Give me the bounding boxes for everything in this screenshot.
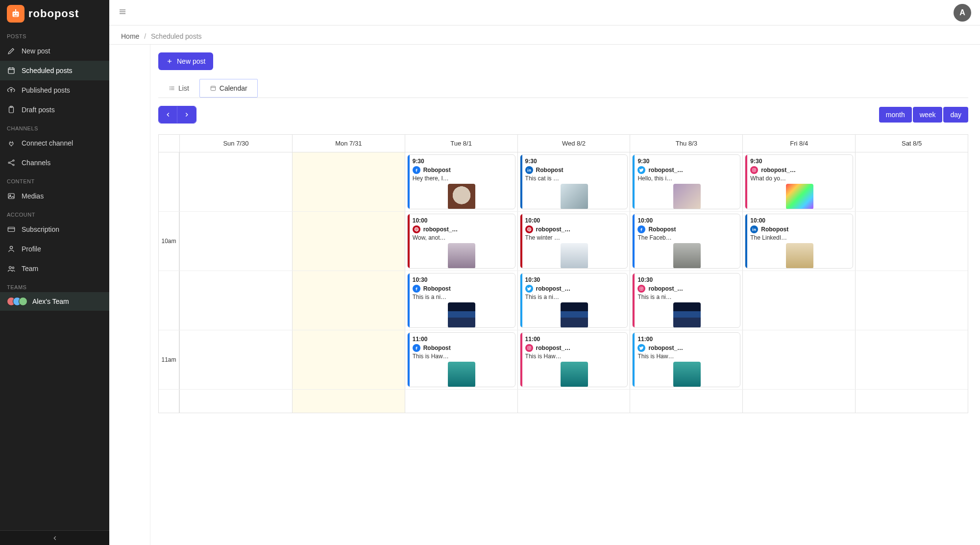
sidebar-item-subscription[interactable]: Subscription	[0, 220, 109, 239]
facebook-icon	[413, 285, 420, 293]
calendar-cell[interactable]: 9:30 Robopost This cat is …	[517, 152, 630, 211]
post-thumbnail	[561, 243, 588, 269]
post-card[interactable]: 10:30 robopost_… This is a ni…	[632, 273, 740, 328]
prev-week-button[interactable]	[159, 106, 177, 123]
calendar-cell[interactable]	[179, 390, 292, 413]
view-day-button[interactable]: day	[943, 107, 968, 123]
calendar-cell[interactable]	[179, 271, 292, 330]
calendar-cell[interactable]	[179, 152, 292, 211]
sidebar-item-label: Medias	[22, 192, 44, 200]
post-time: 10:30	[637, 276, 736, 283]
tab-list[interactable]: List	[158, 79, 199, 98]
view-month-button[interactable]: month	[879, 107, 912, 123]
calendar-cell[interactable]	[179, 330, 292, 389]
post-card[interactable]: 10:30 Robopost This is a ni…	[407, 273, 515, 328]
calendar-cell[interactable]: 9:30 robopost_… What do yo…	[742, 152, 855, 211]
post-card[interactable]: 9:30 Robopost This cat is …	[520, 154, 628, 209]
calendar-cell[interactable]: 10:00 robopost_… The winter …	[517, 212, 630, 271]
calendar-cell[interactable]	[292, 152, 405, 211]
sidebar-item-scheduled-posts[interactable]: Scheduled posts	[0, 61, 109, 80]
post-card[interactable]: 10:30 robopost_… This is a ni…	[520, 273, 628, 328]
sidebar-item-new-post[interactable]: New post	[0, 41, 109, 61]
breadcrumb-separator: /	[144, 32, 146, 40]
day-header: Mon 7/31	[292, 135, 405, 152]
calendar-controls: month week day	[158, 106, 968, 124]
calendar-cell[interactable]	[292, 390, 405, 413]
calendar-cell[interactable]: 11:00 robopost_… This is Haw…	[517, 330, 630, 389]
calendar-cell[interactable]: 10:30 Robopost This is a ni…	[405, 271, 517, 330]
post-card[interactable]: 9:30 robopost_… What do yo…	[745, 154, 853, 209]
svg-point-21	[10, 246, 12, 248]
user-avatar[interactable]: A	[954, 4, 971, 22]
sidebar-item-connect-channel[interactable]: Connect channel	[0, 133, 109, 153]
post-time: 11:00	[637, 336, 736, 343]
post-account: Robopost	[423, 345, 451, 351]
menu-toggle-button[interactable]	[118, 7, 127, 18]
calendar-cell[interactable]	[405, 390, 517, 413]
svg-point-41	[755, 169, 756, 169]
time-label	[159, 152, 179, 211]
svg-point-1	[14, 13, 15, 15]
post-card[interactable]: 10:00 Robopost The LinkedI…	[745, 214, 853, 269]
calendar-cell[interactable]	[855, 152, 968, 211]
sidebar-item-medias[interactable]: Medias	[0, 186, 109, 206]
calendar-cell[interactable]: 10:00 Robopost The LinkedI…	[742, 212, 855, 271]
post-card[interactable]: 11:00 robopost_… This is Haw…	[520, 332, 628, 387]
calendar-cell[interactable]: 9:30 Robopost Hey there, I…	[405, 152, 517, 211]
breadcrumb-home-link[interactable]: Home	[121, 32, 139, 40]
post-card[interactable]: 9:30 Robopost Hey there, I…	[407, 154, 515, 209]
calendar-cell[interactable]	[855, 271, 968, 330]
post-time: 9:30	[413, 158, 511, 165]
svg-point-49	[530, 347, 530, 347]
calendar-cell[interactable]	[742, 390, 855, 413]
calendar-cell[interactable]	[292, 330, 405, 389]
sidebar-item-published-posts[interactable]: Published posts	[0, 80, 109, 100]
tab-calendar[interactable]: Calendar	[199, 79, 258, 98]
calendar-cell[interactable]: 10:30 robopost_… This is a ni…	[517, 271, 630, 330]
sidebar-item-team[interactable]: Team	[0, 259, 109, 278]
post-thumbnail	[448, 362, 475, 387]
calendar-cell[interactable]	[742, 330, 855, 389]
sidebar-collapse-button[interactable]	[0, 530, 109, 545]
calendar-cell[interactable]: 10:00 robopost_… Wow, anot…	[405, 212, 517, 271]
calendar-cell[interactable]	[855, 330, 968, 389]
svg-line-16	[10, 163, 13, 165]
svg-point-23	[12, 267, 14, 269]
post-time: 10:00	[750, 217, 849, 224]
new-post-button[interactable]: New post	[158, 52, 213, 70]
post-thumbnail	[561, 302, 588, 328]
sidebar-item-profile[interactable]: Profile	[0, 239, 109, 259]
post-card[interactable]: 10:00 robopost_… The winter …	[520, 214, 628, 269]
calendar-cell[interactable]	[292, 212, 405, 271]
post-text: This is Haw…	[637, 353, 736, 360]
view-week-button[interactable]: week	[913, 107, 943, 123]
svg-point-48	[528, 347, 530, 349]
calendar-cell[interactable]	[292, 271, 405, 330]
post-card[interactable]: 11:00 robopost_… This is Haw…	[632, 332, 740, 387]
calendar-cell[interactable]: 10:30 robopost_… This is a ni…	[630, 271, 742, 330]
post-card[interactable]: 10:00 Robopost The Faceb…	[632, 214, 740, 269]
calendar-icon	[7, 66, 16, 75]
calendar-cell[interactable]: 9:30 robopost_… Hello, this i…	[630, 152, 742, 211]
sidebar-item-team-alex[interactable]: Alex's Team	[0, 292, 109, 311]
svg-rect-6	[8, 68, 14, 74]
post-card[interactable]: 10:00 robopost_… Wow, anot…	[407, 214, 515, 269]
post-card[interactable]: 9:30 robopost_… Hello, this i…	[632, 154, 740, 209]
calendar-cell[interactable]: 11:00 robopost_… This is Haw…	[630, 330, 742, 389]
calendar-cell[interactable]	[517, 390, 630, 413]
platform-stripe	[408, 214, 410, 268]
calendar-cell[interactable]	[742, 271, 855, 330]
calendar-cell[interactable]	[855, 390, 968, 413]
credit-card-icon	[7, 225, 16, 234]
calendar-cell[interactable]	[630, 390, 742, 413]
calendar-cell[interactable]: 10:00 Robopost The Faceb…	[630, 212, 742, 271]
post-card[interactable]: 11:00 Robopost This is Haw…	[407, 332, 515, 387]
next-week-button[interactable]	[177, 106, 196, 123]
users-icon	[7, 264, 16, 273]
calendar-cell[interactable]	[855, 212, 968, 271]
calendar-cell[interactable]: 11:00 Robopost This is Haw…	[405, 330, 517, 389]
calendar-row: 11am 11:00 Robopost This i	[159, 330, 968, 389]
sidebar-item-channels[interactable]: Channels	[0, 153, 109, 173]
calendar-cell[interactable]	[179, 212, 292, 271]
sidebar-item-draft-posts[interactable]: Draft posts	[0, 100, 109, 120]
